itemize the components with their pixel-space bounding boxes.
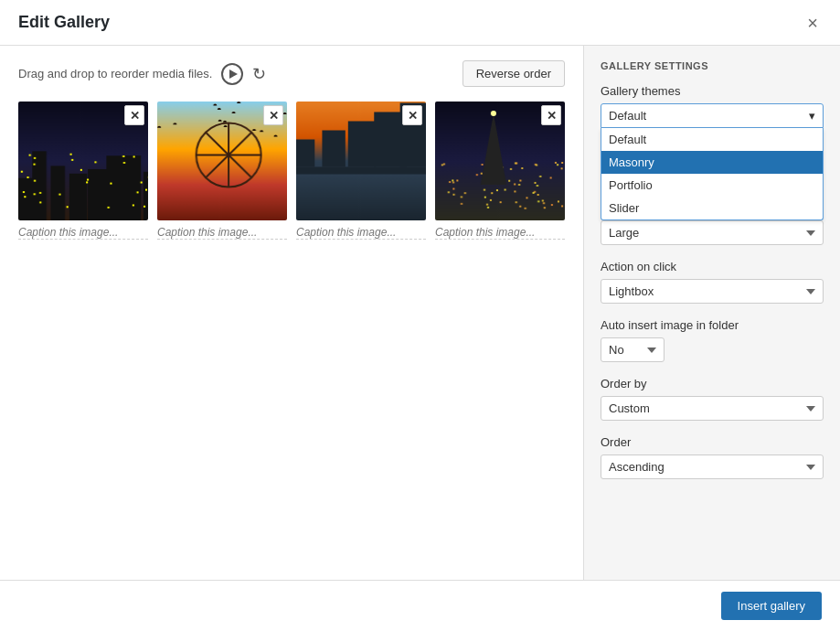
gallery-item: ✕ [435,102,565,240]
insert-gallery-button[interactable]: Insert gallery [721,592,822,620]
gallery-item: ✕ [18,102,148,240]
action-click-select[interactable]: None Lightbox Link [601,279,824,304]
dialog-header: Edit Gallery × [0,0,840,46]
auto-insert-group: Auto insert image in folder No Yes [601,318,824,362]
drag-hint-text: Drag and drop to reorder media files. [18,67,212,80]
themes-option-masonry[interactable]: Masonry [601,151,823,174]
themes-option-portfolio[interactable]: Portfolio [601,174,823,197]
auto-insert-label: Auto insert image in folder [601,318,824,332]
themes-dropdown-list: Default Masonry Portfolio Slider [601,128,824,220]
caption-input[interactable] [435,226,565,240]
caption-input[interactable] [296,226,426,240]
auto-insert-select[interactable]: No Yes [601,337,665,362]
themes-dropdown: Default ▾ Default Masonry Portfolio Slid… [601,103,824,128]
caption-input[interactable] [18,226,148,240]
drag-hint-bar: Drag and drop to reorder media files. ↻ … [18,60,565,87]
right-panel: GALLERY SETTINGS Gallery themes Default … [584,46,840,580]
gallery-thumbnail: ✕ [296,102,426,220]
remove-image-button[interactable]: ✕ [124,105,144,125]
themes-select-button[interactable]: Default ▾ [601,103,824,128]
gallery-thumbnail: ✕ [157,102,287,220]
remove-image-button[interactable]: ✕ [263,105,283,125]
gallery-item: ✕ [296,102,426,240]
gallery-themes-group: Gallery themes Default ▾ Default Masonry… [601,84,824,128]
left-panel: Drag and drop to reorder media files. ↻ … [0,46,584,580]
dialog-footer: Insert gallery [0,580,840,631]
dialog-title: Edit Gallery [18,13,110,32]
play-icon [229,70,238,79]
themes-option-slider[interactable]: Slider [601,197,823,219]
themes-current-value: Default [609,109,646,123]
action-click-group: Action on click None Lightbox Link [601,260,824,304]
order-by-label: Order by [601,377,824,390]
gallery-item: ✕ [157,102,287,240]
gallery-thumbnail: ✕ [18,102,148,220]
remove-image-button[interactable]: ✕ [541,105,561,125]
settings-title: GALLERY SETTINGS [601,60,824,71]
play-button[interactable] [221,63,243,85]
gallery-thumbnail: ✕ [435,102,565,220]
action-click-label: Action on click [601,260,824,273]
order-label: Order [601,435,824,449]
refresh-icon[interactable]: ↻ [252,64,266,84]
lightbox-size-select[interactable]: Small Medium Large Full [601,220,824,245]
order-select[interactable]: Ascending Descending [601,455,824,479]
gallery-grid: ✕ ✕ ✕ [18,102,565,240]
dialog-body: Drag and drop to reorder media files. ↻ … [0,46,840,580]
caption-input[interactable] [157,226,287,240]
themes-label: Gallery themes [601,84,824,98]
edit-gallery-dialog: Edit Gallery × Drag and drop to reorder … [0,0,840,631]
order-group: Order Ascending Descending [601,435,824,479]
order-by-group: Order by Custom Date Title Random [601,377,824,421]
order-by-select[interactable]: Custom Date Title Random [601,396,824,421]
close-button[interactable]: × [803,14,822,32]
themes-chevron-icon: ▾ [809,109,815,123]
remove-image-button[interactable]: ✕ [402,105,422,125]
reverse-order-button[interactable]: Reverse order [463,60,565,87]
themes-option-default[interactable]: Default [601,128,823,151]
